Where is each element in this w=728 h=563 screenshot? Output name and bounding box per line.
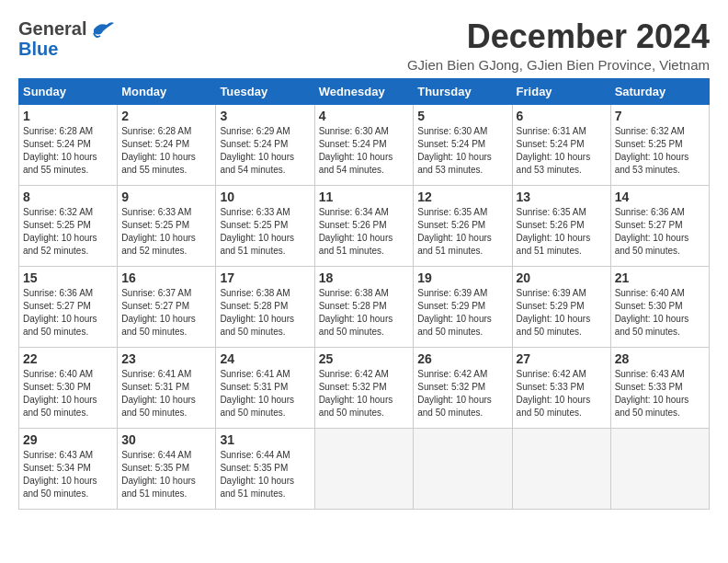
- calendar-day-15: 15Sunrise: 6:36 AM Sunset: 5:27 PM Dayli…: [19, 266, 118, 347]
- calendar-day-25: 25Sunrise: 6:42 AM Sunset: 5:32 PM Dayli…: [314, 347, 414, 428]
- day-number: 26: [417, 351, 507, 366]
- calendar-day-21: 21Sunrise: 6:40 AM Sunset: 5:30 PM Dayli…: [610, 266, 709, 347]
- day-number: 18: [319, 270, 410, 285]
- day-number: 8: [23, 190, 113, 204]
- day-info: Sunrise: 6:35 AM Sunset: 5:26 PM Dayligh…: [517, 206, 607, 258]
- calendar-day-3: 3Sunrise: 6:29 AM Sunset: 5:24 PM Daylig…: [216, 104, 314, 185]
- day-info: Sunrise: 6:43 AM Sunset: 5:34 PM Dayligh…: [23, 449, 113, 500]
- day-number: 3: [220, 109, 310, 123]
- calendar-header-friday: Friday: [512, 78, 610, 104]
- day-number: 1: [23, 109, 113, 123]
- day-info: Sunrise: 6:29 AM Sunset: 5:24 PM Dayligh…: [220, 125, 310, 177]
- calendar-day-5: 5Sunrise: 6:30 AM Sunset: 5:24 PM Daylig…: [414, 104, 512, 185]
- day-info: Sunrise: 6:30 AM Sunset: 5:24 PM Dayligh…: [417, 125, 507, 177]
- calendar-day-empty: [314, 428, 414, 509]
- day-info: Sunrise: 6:43 AM Sunset: 5:33 PM Dayligh…: [615, 368, 705, 419]
- calendar-header-saturday: Saturday: [610, 78, 709, 104]
- calendar-header-sunday: Sunday: [19, 78, 118, 104]
- day-number: 12: [417, 190, 507, 204]
- day-info: Sunrise: 6:44 AM Sunset: 5:35 PM Dayligh…: [220, 449, 310, 500]
- day-info: Sunrise: 6:40 AM Sunset: 5:30 PM Dayligh…: [615, 287, 705, 339]
- day-number: 21: [615, 270, 705, 285]
- logo: General Blue: [18, 18, 114, 59]
- calendar-day-1: 1Sunrise: 6:28 AM Sunset: 5:24 PM Daylig…: [19, 104, 118, 185]
- day-number: 7: [615, 109, 705, 123]
- day-info: Sunrise: 6:28 AM Sunset: 5:24 PM Dayligh…: [23, 125, 113, 177]
- day-info: Sunrise: 6:39 AM Sunset: 5:29 PM Dayligh…: [517, 287, 607, 339]
- calendar-day-6: 6Sunrise: 6:31 AM Sunset: 5:24 PM Daylig…: [512, 104, 610, 185]
- day-number: 6: [517, 109, 607, 123]
- day-info: Sunrise: 6:40 AM Sunset: 5:30 PM Dayligh…: [23, 368, 113, 419]
- day-info: Sunrise: 6:38 AM Sunset: 5:28 PM Dayligh…: [220, 287, 310, 339]
- calendar-day-13: 13Sunrise: 6:35 AM Sunset: 5:26 PM Dayli…: [512, 185, 610, 266]
- calendar-header-wednesday: Wednesday: [314, 78, 414, 104]
- day-info: Sunrise: 6:33 AM Sunset: 5:25 PM Dayligh…: [220, 206, 310, 258]
- day-info: Sunrise: 6:42 AM Sunset: 5:33 PM Dayligh…: [517, 368, 607, 419]
- day-info: Sunrise: 6:44 AM Sunset: 5:35 PM Dayligh…: [121, 449, 211, 500]
- calendar-day-11: 11Sunrise: 6:34 AM Sunset: 5:26 PM Dayli…: [314, 185, 414, 266]
- day-info: Sunrise: 6:38 AM Sunset: 5:28 PM Dayligh…: [319, 287, 410, 339]
- calendar-week-2: 8Sunrise: 6:32 AM Sunset: 5:25 PM Daylig…: [19, 185, 710, 266]
- day-info: Sunrise: 6:37 AM Sunset: 5:27 PM Dayligh…: [121, 287, 211, 339]
- day-info: Sunrise: 6:41 AM Sunset: 5:31 PM Dayligh…: [121, 368, 211, 419]
- day-info: Sunrise: 6:35 AM Sunset: 5:26 PM Dayligh…: [417, 206, 507, 258]
- calendar-day-30: 30Sunrise: 6:44 AM Sunset: 5:35 PM Dayli…: [118, 428, 216, 509]
- day-info: Sunrise: 6:42 AM Sunset: 5:32 PM Dayligh…: [319, 368, 410, 419]
- day-number: 2: [121, 109, 211, 123]
- day-number: 29: [23, 432, 113, 447]
- calendar-day-24: 24Sunrise: 6:41 AM Sunset: 5:31 PM Dayli…: [216, 347, 314, 428]
- day-number: 28: [615, 351, 705, 366]
- day-info: Sunrise: 6:41 AM Sunset: 5:31 PM Dayligh…: [220, 368, 310, 419]
- calendar-day-9: 9Sunrise: 6:33 AM Sunset: 5:25 PM Daylig…: [118, 185, 216, 266]
- calendar-day-10: 10Sunrise: 6:33 AM Sunset: 5:25 PM Dayli…: [216, 185, 314, 266]
- day-info: Sunrise: 6:32 AM Sunset: 5:25 PM Dayligh…: [23, 206, 113, 258]
- calendar-day-14: 14Sunrise: 6:36 AM Sunset: 5:27 PM Dayli…: [610, 185, 709, 266]
- calendar-day-27: 27Sunrise: 6:42 AM Sunset: 5:33 PM Dayli…: [512, 347, 610, 428]
- day-info: Sunrise: 6:36 AM Sunset: 5:27 PM Dayligh…: [23, 287, 113, 339]
- day-info: Sunrise: 6:28 AM Sunset: 5:24 PM Dayligh…: [121, 125, 211, 177]
- day-number: 23: [121, 351, 211, 366]
- day-number: 16: [121, 270, 211, 285]
- calendar-day-empty: [512, 428, 610, 509]
- day-info: Sunrise: 6:34 AM Sunset: 5:26 PM Dayligh…: [319, 206, 410, 258]
- day-number: 20: [517, 270, 607, 285]
- day-number: 4: [319, 109, 410, 123]
- calendar-week-5: 29Sunrise: 6:43 AM Sunset: 5:34 PM Dayli…: [19, 428, 710, 509]
- calendar-day-22: 22Sunrise: 6:40 AM Sunset: 5:30 PM Dayli…: [19, 347, 118, 428]
- calendar-day-23: 23Sunrise: 6:41 AM Sunset: 5:31 PM Dayli…: [118, 347, 216, 428]
- page-header: General Blue December 2024 GJien Bien GJ…: [18, 18, 710, 73]
- calendar-day-12: 12Sunrise: 6:35 AM Sunset: 5:26 PM Dayli…: [414, 185, 512, 266]
- day-info: Sunrise: 6:31 AM Sunset: 5:24 PM Dayligh…: [517, 125, 607, 177]
- calendar-day-7: 7Sunrise: 6:32 AM Sunset: 5:25 PM Daylig…: [610, 104, 709, 185]
- day-number: 30: [121, 432, 211, 447]
- calendar-day-28: 28Sunrise: 6:43 AM Sunset: 5:33 PM Dayli…: [610, 347, 709, 428]
- calendar-week-1: 1Sunrise: 6:28 AM Sunset: 5:24 PM Daylig…: [19, 104, 710, 185]
- day-info: Sunrise: 6:42 AM Sunset: 5:32 PM Dayligh…: [417, 368, 507, 419]
- day-info: Sunrise: 6:36 AM Sunset: 5:27 PM Dayligh…: [615, 206, 705, 258]
- day-number: 13: [517, 190, 607, 204]
- calendar-day-2: 2Sunrise: 6:28 AM Sunset: 5:24 PM Daylig…: [118, 104, 216, 185]
- day-number: 25: [319, 351, 410, 366]
- location-subtitle: GJien Bien GJong, GJien Bien Province, V…: [407, 57, 710, 73]
- calendar-day-16: 16Sunrise: 6:37 AM Sunset: 5:27 PM Dayli…: [118, 266, 216, 347]
- day-number: 14: [615, 190, 705, 204]
- calendar-day-20: 20Sunrise: 6:39 AM Sunset: 5:29 PM Dayli…: [512, 266, 610, 347]
- calendar-day-29: 29Sunrise: 6:43 AM Sunset: 5:34 PM Dayli…: [19, 428, 118, 509]
- calendar-week-3: 15Sunrise: 6:36 AM Sunset: 5:27 PM Dayli…: [19, 266, 710, 347]
- day-number: 19: [417, 270, 507, 285]
- calendar-day-31: 31Sunrise: 6:44 AM Sunset: 5:35 PM Dayli…: [216, 428, 314, 509]
- day-number: 24: [220, 351, 310, 366]
- month-year-title: December 2024: [407, 18, 710, 55]
- day-info: Sunrise: 6:39 AM Sunset: 5:29 PM Dayligh…: [417, 287, 507, 339]
- day-number: 27: [517, 351, 607, 366]
- calendar-table: SundayMondayTuesdayWednesdayThursdayFrid…: [18, 78, 710, 510]
- calendar-header-row: SundayMondayTuesdayWednesdayThursdayFrid…: [19, 78, 710, 104]
- calendar-day-17: 17Sunrise: 6:38 AM Sunset: 5:28 PM Dayli…: [216, 266, 314, 347]
- day-number: 31: [220, 432, 310, 447]
- calendar-day-26: 26Sunrise: 6:42 AM Sunset: 5:32 PM Dayli…: [414, 347, 512, 428]
- day-number: 10: [220, 190, 310, 204]
- calendar-day-8: 8Sunrise: 6:32 AM Sunset: 5:25 PM Daylig…: [19, 185, 118, 266]
- day-number: 5: [417, 109, 507, 123]
- day-number: 9: [121, 190, 211, 204]
- day-info: Sunrise: 6:32 AM Sunset: 5:25 PM Dayligh…: [615, 125, 705, 177]
